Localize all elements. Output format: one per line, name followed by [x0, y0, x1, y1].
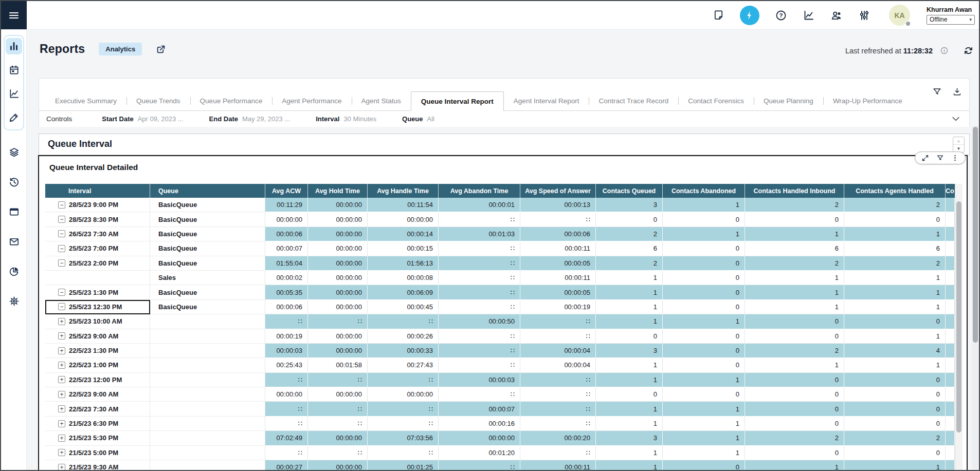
sidebar-item-pie-chart[interactable]: [6, 263, 22, 279]
value-cell: ∷: [368, 373, 439, 387]
expand-row-icon[interactable]: +: [58, 449, 65, 456]
expand-row-icon[interactable]: +: [58, 318, 65, 325]
report-tabs: Executive SummaryQueue TrendsQueue Perfo…: [45, 91, 938, 111]
value-cell: 1: [663, 227, 745, 241]
expand-row-icon[interactable]: +: [58, 391, 65, 398]
trend-chart-icon: [8, 88, 20, 100]
tab-queue-trends[interactable]: Queue Trends: [126, 91, 190, 111]
sidebar-item-browser-window[interactable]: [6, 203, 22, 220]
tab-agent-interval-report[interactable]: Agent Interval Report: [504, 91, 589, 111]
value-cell: ∷: [520, 373, 596, 387]
tab-agent-performance[interactable]: Agent Performance: [272, 91, 351, 111]
last-refreshed-time: 11:28:32: [903, 47, 933, 55]
spinner-down-button[interactable]: ▼: [953, 145, 964, 152]
sidebar-item-calendar[interactable]: [6, 62, 22, 78]
controls-collapse-chevron-icon[interactable]: [951, 114, 961, 124]
expand-row-icon[interactable]: +: [58, 435, 65, 442]
expand-row-icon[interactable]: +: [58, 362, 65, 369]
collapse-row-icon[interactable]: −: [58, 201, 65, 209]
value-cell: 00:00:00: [308, 387, 368, 402]
interval-value: 26/5/23 7:30 AM: [69, 230, 118, 238]
spark-icon[interactable]: [740, 6, 759, 25]
sidebar-item-trend-chart[interactable]: [6, 85, 22, 102]
interval-value: 25/5/23 1:30 PM: [69, 289, 118, 296]
control-interval[interactable]: Interval30 Minutes: [316, 115, 376, 123]
tab-queue-interval-report[interactable]: Queue Interval Report: [411, 91, 504, 111]
column-header[interactable]: Co: [946, 184, 955, 198]
column-header[interactable]: Avg Speed of Answer: [520, 184, 596, 198]
line-chart-icon[interactable]: [803, 9, 815, 22]
tab-queue-performance[interactable]: Queue Performance: [190, 91, 273, 111]
control-start-date[interactable]: Start DateApr 09, 2023 ...: [102, 115, 183, 123]
users-icon[interactable]: [830, 9, 843, 22]
expand-icon[interactable]: [921, 154, 929, 162]
table-row: −28/5/23 9:00 PMBasicQueue00:11:2900:00:…: [45, 198, 955, 212]
sidebar-item-design-pen[interactable]: [6, 109, 22, 125]
collapse-row-icon[interactable]: −: [58, 289, 65, 296]
page-scrollbar-thumb[interactable]: [973, 127, 978, 343]
interval-cell: −25/5/23 2:00 PM: [45, 256, 150, 271]
tab-queue-planning[interactable]: Queue Planning: [754, 91, 823, 111]
status-select[interactable]: Offline ▾: [927, 15, 975, 25]
expand-row-icon[interactable]: +: [58, 464, 65, 471]
column-header[interactable]: Contacts Handled Inbound: [745, 184, 844, 198]
history-icon: [8, 176, 20, 188]
info-icon[interactable]: [940, 46, 949, 55]
collapse-row-icon[interactable]: −: [58, 245, 65, 252]
control-queue[interactable]: QueueAll: [402, 115, 434, 123]
tab-agent-status[interactable]: Agent Status: [352, 91, 411, 111]
column-header[interactable]: Avg ACW: [265, 184, 308, 198]
column-header[interactable]: Avg Handle Time: [368, 184, 439, 198]
interval-value: 21/5/23 5:30 PM: [69, 434, 118, 442]
kebab-menu-icon[interactable]: [951, 154, 959, 162]
value-cell: 0: [745, 417, 844, 431]
collapse-row-icon[interactable]: −: [58, 230, 65, 237]
spinner-up-button[interactable]: ▲: [953, 137, 964, 145]
sidebar-item-layers[interactable]: [6, 144, 22, 160]
hamburger-menu-button[interactable]: [1, 1, 27, 29]
control-end-date[interactable]: End DateMay 29, 2023 ...: [209, 115, 291, 123]
external-link-icon[interactable]: [155, 44, 167, 55]
expand-row-icon[interactable]: +: [58, 405, 65, 412]
value-cell: 00:00:00: [368, 387, 439, 402]
queue-cell: BasicQueue: [150, 227, 265, 241]
value-cell: ∷: [308, 402, 368, 416]
column-header[interactable]: Avg Hold Time: [308, 184, 368, 198]
sidebar-item-bar-chart[interactable]: [6, 38, 22, 54]
sidebar-item-mail[interactable]: [6, 233, 22, 250]
sliders-icon[interactable]: [858, 9, 870, 22]
help-icon[interactable]: ?: [775, 9, 787, 22]
expand-row-icon[interactable]: +: [58, 420, 65, 427]
tab-contact-forensics[interactable]: Contact Forensics: [678, 91, 754, 111]
collapse-row-icon[interactable]: −: [58, 259, 65, 267]
interval-cell: +25/5/23 10:00 AM: [45, 314, 150, 329]
value-cell: 01:56:13: [368, 256, 439, 271]
note-icon[interactable]: [712, 9, 724, 22]
sidebar-item-history[interactable]: [6, 174, 22, 190]
table-scrollbar-thumb[interactable]: [956, 201, 961, 432]
download-icon[interactable]: [952, 87, 962, 97]
value-cell: 00:00:04: [520, 344, 596, 358]
avatar[interactable]: KA: [889, 5, 910, 26]
collapse-row-icon[interactable]: −: [58, 303, 65, 310]
tab-contract-trace-record[interactable]: Contract Trace Record: [589, 91, 678, 111]
tab-wrap-up-performance[interactable]: Wrap-Up Performance: [823, 91, 912, 111]
sidebar-item-gear[interactable]: [6, 293, 22, 309]
value-cell: 00:27:43: [368, 358, 439, 372]
tab-executive-summary[interactable]: Executive Summary: [45, 91, 126, 111]
column-header[interactable]: Interval: [45, 184, 150, 198]
column-header[interactable]: Contacts Queued: [596, 184, 663, 198]
expand-row-icon[interactable]: +: [58, 376, 65, 383]
column-header[interactable]: Contacts Agents Handled: [844, 184, 946, 198]
expand-row-icon[interactable]: +: [58, 347, 65, 354]
column-header[interactable]: Contacts Abandoned: [663, 184, 745, 198]
collapse-row-icon[interactable]: −: [58, 216, 65, 223]
column-header[interactable]: Queue: [150, 184, 265, 198]
panel-filter-icon[interactable]: [936, 154, 944, 162]
table-scrollbar[interactable]: [955, 184, 963, 471]
value-cell: ∷: [439, 344, 520, 358]
column-header[interactable]: Avg Abandon Time: [439, 184, 520, 198]
expand-row-icon[interactable]: +: [58, 332, 65, 340]
page-scrollbar[interactable]: [972, 126, 979, 469]
refresh-icon[interactable]: [963, 45, 974, 56]
